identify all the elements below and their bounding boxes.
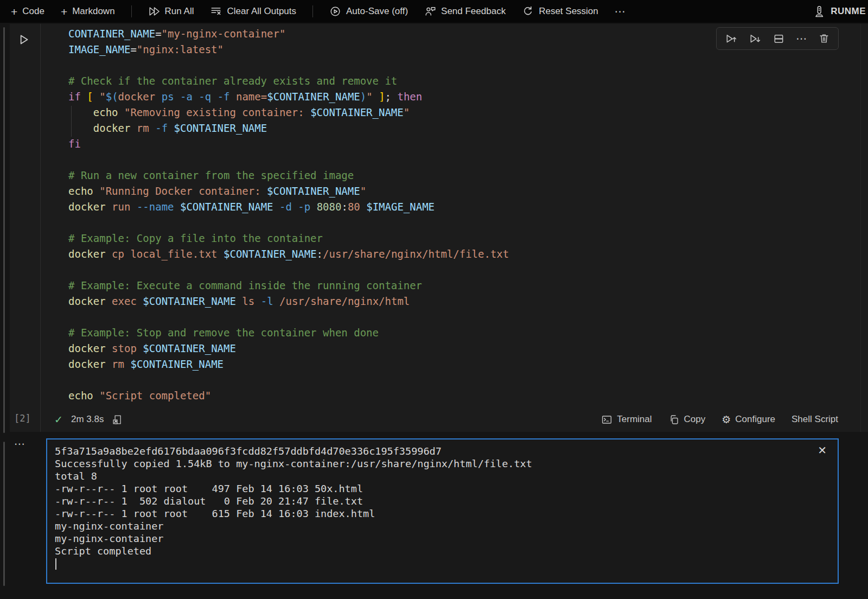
cell-focus-indicator <box>3 27 5 433</box>
delete-cell-button[interactable] <box>818 33 830 44</box>
autosave-icon <box>329 5 341 17</box>
clear-outputs-label: Clear All Outputs <box>227 6 296 17</box>
execute-below-icon <box>749 33 761 45</box>
gear-icon: ⚙ <box>722 415 731 425</box>
play-icon <box>16 33 30 47</box>
toolbar-separator <box>131 5 132 17</box>
code-editor[interactable]: CONTAINER_NAME="my-nginx-container"IMAGE… <box>68 26 509 404</box>
auto-save-toggle[interactable]: Auto-Save (off) <box>329 5 408 17</box>
output-focus-indicator <box>3 442 5 586</box>
auto-save-label: Auto-Save (off) <box>346 6 408 17</box>
cell-status-bar: ✓ 2m 3.8s Terminal Copy ⚙ Configure S <box>47 408 838 431</box>
gutter-divider <box>40 24 41 432</box>
execute-below-button[interactable] <box>749 33 761 45</box>
configure-button[interactable]: ⚙ Configure <box>722 414 775 425</box>
copy-icon <box>668 414 680 425</box>
trash-icon <box>818 33 830 44</box>
language-label: Shell Script <box>792 414 838 425</box>
reset-session-button[interactable]: Reset Session <box>522 5 598 17</box>
terminal-cursor <box>55 558 56 570</box>
notebook-toolbar: + Code + Markdown Run All Clear All Outp… <box>0 0 868 23</box>
execution-duration: 2m 3.8s <box>71 414 104 425</box>
terminal-icon <box>601 414 612 425</box>
success-check-icon: ✓ <box>54 413 63 426</box>
indent-guide <box>71 106 72 137</box>
toolbar-separator <box>312 5 313 17</box>
copy-label: Copy <box>684 414 706 425</box>
run-cell-button[interactable] <box>15 31 31 48</box>
cell-more-actions-button[interactable]: ⋯ <box>796 33 807 44</box>
clear-all-outputs-button[interactable]: Clear All Outputs <box>210 5 296 17</box>
run-all-button[interactable]: Run All <box>148 5 194 17</box>
plus-icon: + <box>11 6 17 17</box>
output-panel: 5f3a715a9a8be2efd6176bdaa096f3fcdd82f57d… <box>46 438 839 584</box>
execution-count: [2] <box>14 413 31 424</box>
close-output-icon[interactable]: ✕ <box>818 444 827 457</box>
terminal-button[interactable]: Terminal <box>601 414 652 425</box>
runme-brand[interactable]: RUNME <box>813 5 866 18</box>
split-cell-icon <box>773 33 785 45</box>
editor-scrollbar[interactable] <box>860 24 861 432</box>
run-all-icon <box>148 5 160 17</box>
add-markdown-label: Markdown <box>72 6 114 17</box>
reset-icon <box>522 5 534 17</box>
add-code-cell-button[interactable]: + Code <box>11 6 44 17</box>
terminal-label: Terminal <box>617 414 652 425</box>
execute-above-button[interactable] <box>725 33 737 45</box>
runme-brand-label: RUNME <box>831 6 866 17</box>
send-feedback-label: Send Feedback <box>441 6 506 17</box>
add-code-label: Code <box>22 6 44 17</box>
runme-logo-icon <box>813 5 826 18</box>
reset-session-label: Reset Session <box>539 6 598 17</box>
plus-icon: + <box>61 6 67 17</box>
add-markdown-cell-button[interactable]: + Markdown <box>61 6 115 17</box>
copy-button[interactable]: Copy <box>668 414 706 425</box>
output-more-button[interactable]: ⋯ <box>14 437 25 450</box>
run-all-label: Run All <box>165 6 194 17</box>
output-text: 5f3a715a9a8be2efd6176bdaa096f3fcdd82f57d… <box>55 445 532 557</box>
toolbar-more-button[interactable]: ⋯ <box>615 6 626 17</box>
more-icon: ⋯ <box>615 6 626 17</box>
feedback-icon <box>424 5 436 17</box>
cell-action-toolbar: ⋯ <box>716 27 839 50</box>
execute-above-icon <box>725 33 737 45</box>
split-cell-button[interactable] <box>773 33 785 45</box>
clear-outputs-icon <box>210 5 222 17</box>
configure-label: Configure <box>735 414 775 425</box>
send-feedback-button[interactable]: Send Feedback <box>424 5 506 17</box>
language-picker[interactable]: Shell Script <box>792 414 838 425</box>
export-output-icon[interactable] <box>112 414 123 425</box>
